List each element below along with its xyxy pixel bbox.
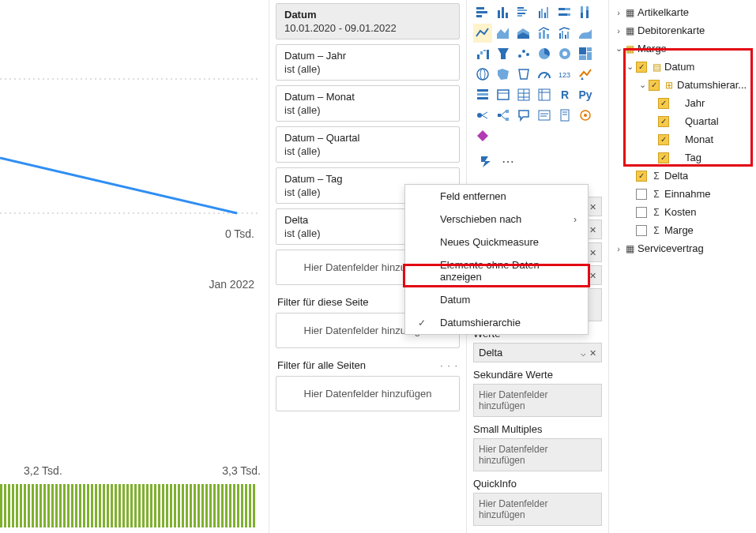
viz-shape-map-icon[interactable] — [514, 65, 533, 84]
viz-col-100-icon[interactable] — [576, 3, 595, 22]
viz-card-icon[interactable]: 123 — [555, 65, 574, 84]
filter-card-datum[interactable]: Datum 10.01.2020 - 09.01.2022 — [276, 3, 460, 39]
viz-qna-icon[interactable] — [514, 106, 533, 125]
svg-rect-70 — [476, 15, 482, 17]
viz-filled-map-icon[interactable] — [494, 65, 513, 84]
remove-icon[interactable]: ✕ — [589, 248, 596, 257]
remove-icon[interactable]: ✕ — [589, 271, 596, 280]
field-jahr[interactable]: ✓ Jahr — [614, 94, 753, 112]
quick-dropzone[interactable]: Hier Datenfelder hinzufügen — [473, 493, 602, 526]
table-debitorenkarte[interactable]: › ▦ Debitorenkarte — [614, 21, 753, 39]
viz-pie-icon[interactable] — [535, 44, 554, 63]
field-monat[interactable]: ✓ Monat — [614, 130, 753, 148]
filter-card-quartal[interactable]: Datum – Quartal ist (alle) — [276, 126, 460, 163]
viz-matrix-icon[interactable] — [535, 85, 554, 104]
table-artikelkarte[interactable]: › ▦ Artikelkarte — [614, 3, 753, 21]
viz-map-icon[interactable] — [473, 65, 492, 84]
field-tag[interactable]: ✓ Tag — [614, 148, 753, 167]
calendar-icon: ▤ — [650, 62, 663, 73]
viz-combo-line-stacked-icon[interactable] — [535, 24, 554, 43]
viz-automate-icon[interactable] — [476, 152, 495, 171]
checkbox-icon[interactable] — [636, 225, 647, 236]
report-canvas[interactable]: 0 Tsd. Jan 2022 3,2 Tsd. 3,3 Tsd. — [0, 0, 269, 533]
chevron-right-icon[interactable]: › — [614, 8, 623, 17]
table-marge[interactable]: ⌄ ▦ Marge — [614, 39, 753, 58]
viz-area-stacked-icon[interactable] — [514, 24, 533, 43]
table-servicevertrag[interactable]: › ▦ Servicevertrag — [614, 239, 753, 257]
checkbox-checked-icon[interactable]: ✓ — [658, 134, 669, 145]
checkbox-checked-icon[interactable]: ✓ — [636, 62, 647, 73]
svg-rect-52 — [194, 484, 196, 527]
checkbox-checked-icon[interactable]: ✓ — [658, 152, 669, 163]
svg-point-115 — [477, 69, 488, 80]
sm-dropzone[interactable]: Hier Datenfelder hinzufügen — [473, 438, 602, 471]
viz-arcgis-icon[interactable] — [576, 106, 595, 125]
viz-treemap-icon[interactable] — [576, 44, 595, 63]
viz-bar-stacked-icon[interactable] — [473, 3, 492, 22]
field-delta[interactable]: › ✓ Σ Delta — [614, 167, 753, 185]
viz-gauge-icon[interactable] — [535, 65, 554, 84]
viz-line-icon[interactable] — [473, 24, 492, 43]
viz-donut-icon[interactable] — [555, 44, 574, 63]
chevron-right-icon[interactable]: › — [614, 26, 623, 36]
viz-table-icon[interactable] — [514, 85, 533, 104]
viz-more-icon[interactable]: ⋯ — [498, 152, 517, 171]
viz-paginated-icon[interactable] — [555, 106, 574, 125]
viz-funnel-icon[interactable] — [494, 44, 513, 63]
ctx-move-to[interactable]: Verschieben nach› — [405, 208, 588, 231]
checkbox-icon[interactable] — [636, 189, 647, 200]
viz-decomposition-icon[interactable] — [494, 106, 513, 125]
field-datum[interactable]: ⌄ ✓ ▤ Datum — [614, 58, 753, 76]
chevron-down-icon[interactable]: ⌄ — [614, 43, 623, 54]
viz-multirow-icon[interactable] — [473, 85, 492, 104]
viz-r-icon[interactable]: R — [555, 85, 574, 104]
viz-combo-line-clustered-icon[interactable] — [555, 24, 574, 43]
field-datumshierarchie[interactable]: ⌄ ✓ ⊞ Datumshierar... — [614, 76, 753, 94]
field-einnahme[interactable]: › Σ Einnahme — [614, 185, 753, 203]
viz-waterfall-icon[interactable] — [473, 44, 492, 63]
checkbox-checked-icon[interactable]: ✓ — [649, 80, 660, 91]
chevron-down-icon[interactable]: ⌄ — [638, 80, 647, 90]
viz-bar-100-icon[interactable] — [555, 3, 574, 22]
checkbox-checked-icon[interactable]: ✓ — [636, 171, 647, 182]
viz-ribbon-icon[interactable] — [576, 24, 595, 43]
chevron-right-icon[interactable]: › — [614, 244, 623, 253]
chevron-down-icon[interactable]: ⌄ — [625, 62, 634, 72]
viz-slicer-icon[interactable] — [494, 85, 513, 104]
viz-kpi-icon[interactable]: ▲ — [576, 65, 595, 84]
svg-rect-20 — [67, 484, 70, 527]
filter-card-jahr[interactable]: Datum – Jahr ist (alle) — [276, 44, 460, 81]
viz-key-influencers-icon[interactable] — [473, 106, 492, 125]
ctx-show-no-data[interactable]: Elemente ohne Daten anzeigen — [405, 253, 588, 288]
remove-icon[interactable]: ✕ — [589, 202, 596, 212]
small-multiples-label: Small Multiples — [473, 423, 602, 435]
viz-smart-narrative-icon[interactable] — [535, 106, 554, 125]
viz-scatter-icon[interactable] — [514, 44, 533, 63]
viz-col-stacked-icon[interactable] — [494, 3, 513, 22]
checkbox-checked-icon[interactable]: ✓ — [658, 98, 669, 109]
checkbox-icon[interactable] — [636, 207, 647, 218]
remove-icon[interactable]: ✕ — [589, 225, 596, 235]
ctx-datumshierarchie[interactable]: ✓Datumshierarchie — [405, 311, 588, 334]
field-quartal[interactable]: ✓ Quartal — [614, 112, 753, 130]
svg-marker-149 — [481, 156, 491, 167]
secondary-dropzone[interactable]: Hier Datenfelder hinzufügen — [473, 384, 602, 417]
viz-bar-clustered-icon[interactable] — [514, 3, 533, 22]
checkbox-checked-icon[interactable]: ✓ — [658, 116, 669, 127]
viz-col-clustered-icon[interactable] — [535, 3, 554, 22]
viz-powerapps-icon[interactable] — [473, 126, 492, 145]
filter-dropzone-all[interactable]: Hier Datenfelder hinzufügen — [276, 376, 460, 411]
chevron-down-icon[interactable]: ⌵ — [581, 348, 586, 358]
ctx-new-quickmeasure[interactable]: Neues Quickmeasure — [405, 231, 588, 253]
field-marge[interactable]: › Σ Marge — [614, 221, 753, 239]
viz-area-icon[interactable] — [494, 24, 513, 43]
viz-python-icon[interactable]: Py — [576, 85, 595, 104]
ctx-datum[interactable]: Datum — [405, 288, 588, 311]
ctx-remove-field[interactable]: Feld entfernen — [405, 185, 588, 208]
remove-icon[interactable]: ✕ — [589, 348, 596, 358]
filter-card-monat[interactable]: Datum – Monat ist (alle) — [276, 85, 460, 122]
values-well-delta[interactable]: Delta⌵✕ — [473, 343, 602, 362]
field-kosten[interactable]: › Σ Kosten — [614, 203, 753, 221]
filter-section-page: Filter für diese Seite — [277, 296, 369, 308]
ellipsis-icon[interactable]: · · · — [440, 359, 458, 371]
